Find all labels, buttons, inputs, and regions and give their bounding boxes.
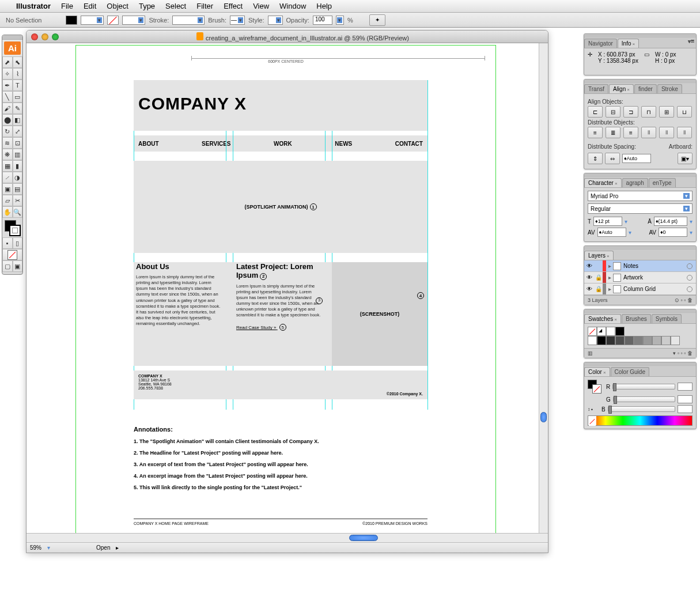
align-top[interactable]: ⊓ [641,106,656,118]
eraser-tool[interactable]: ◧ [13,114,23,126]
close-button[interactable] [31,33,38,40]
align-to-button[interactable]: ▣▾ [678,153,693,164]
blob-brush-tool[interactable]: ⬤ [2,114,13,126]
graph-tool[interactable]: ▥ [13,149,23,160]
dist-vspace[interactable]: ⇕ [588,153,603,164]
rotate-tool[interactable]: ↻ [2,126,13,137]
tab-info[interactable]: Info× [618,39,639,48]
warp-tool[interactable]: ≋ [2,137,13,149]
line-tool[interactable]: ╲ [2,91,13,103]
tab-paragraph[interactable]: agraph [622,178,648,187]
direct-select-tool[interactable]: ⬉ [13,56,23,68]
lasso-tool[interactable]: ⌇ [13,68,23,80]
tab-align[interactable]: Align× [609,84,634,93]
r-value[interactable] [678,383,693,391]
color-mode-button[interactable]: ▪ [2,237,13,249]
visibility-icon[interactable]: 👁 [584,286,595,292]
swatch-library-icon[interactable]: ▥ [588,350,593,356]
menu-edit[interactable]: Edit [84,2,96,10]
dist-right[interactable]: ⦀ [677,127,692,138]
tab-symbols[interactable]: Symbols [652,314,682,323]
tab-transform[interactable]: Transf [584,84,608,93]
leading-input[interactable]: ♦ (14.4 pt) [654,217,687,226]
opacity-dd[interactable] [336,16,344,25]
menu-app[interactable]: Illustrator [16,2,51,10]
artboard-tool[interactable]: ▱ [2,195,13,206]
dist-bottom[interactable]: ≡ [623,127,638,138]
kerning-input[interactable]: ♦ Auto [597,228,626,237]
dist-top[interactable]: ≡ [588,127,603,138]
hscroll-thumb[interactable] [349,535,378,541]
tab-character[interactable]: Character× [584,178,622,187]
mesh-tool[interactable]: ▦ [2,160,13,172]
brush-dd[interactable]: — [230,16,245,25]
live-paint-tool[interactable]: ▣ [2,183,13,195]
dist-left[interactable]: ⦀ [641,127,656,138]
layer-column-grid[interactable]: 👁🔒 ▸ Column Grid [584,283,696,295]
titlebar[interactable]: creating_a_wireframe_document_in_Illustr… [27,31,548,43]
rectangle-tool[interactable]: ▭ [13,91,23,103]
toolbox-grip[interactable] [2,35,22,40]
opacity-input[interactable]: 100 [313,16,332,25]
tab-layers[interactable]: Layers× [584,251,614,260]
tab-color[interactable]: Color× [584,367,610,376]
free-transform-tool[interactable]: ⊡ [13,137,23,149]
panel-menu-icon[interactable]: ▾≡ [688,38,694,44]
symbol-sprayer-tool[interactable]: ❋ [2,149,13,160]
dist-hspace[interactable]: ⇔ [605,153,620,164]
delete-layer-icon[interactable]: 🗑 [687,297,693,303]
layer-notes[interactable]: 👁 ▸ Notes [584,260,696,272]
menu-help[interactable]: Help [316,2,332,10]
screen-mode-normal[interactable]: ▢ [2,260,13,272]
horizontal-scrollbar[interactable] [27,533,548,542]
b-value[interactable] [678,405,693,413]
zoom-level[interactable]: 59% [30,544,41,551]
type-tool[interactable]: T [13,80,23,91]
zoom-tool[interactable]: 🔍 [13,206,23,218]
zoom-button[interactable] [52,33,59,40]
color-spectrum[interactable] [588,415,693,426]
canvas[interactable]: 600PX CENTERED COMPANY X ABOUT SERVICES … [27,43,539,533]
locate-layer-icon[interactable]: ⊙ [675,297,681,303]
g-value[interactable] [678,395,693,403]
b-slider[interactable] [608,406,675,412]
doc-setup-icon[interactable]: ✦ [369,14,385,26]
none-mode-button[interactable] [2,249,22,260]
fill-swatch[interactable] [66,16,77,25]
spacing-value[interactable]: ♦ Auto [622,154,651,163]
tab-stroke[interactable]: Stroke [657,84,682,93]
tab-color-guide[interactable]: Color Guide [611,367,649,376]
tab-pathfinder[interactable]: finder [634,84,657,93]
align-left[interactable]: ⊏ [588,106,603,118]
selection-tool[interactable]: ⬈ [2,56,13,68]
gradient-tool[interactable]: ▮ [13,160,23,172]
fill-stroke-control[interactable] [2,218,22,237]
swatch-kind-icon[interactable]: ▾ [673,350,678,356]
pen-tool[interactable]: ✒ [2,80,13,91]
swatch-row-1[interactable]: ◢ [588,327,693,336]
tab-brushes[interactable]: Brushes [622,314,651,323]
delete-swatch-icon[interactable]: 🗑 [687,350,693,356]
menu-select[interactable]: Select [165,2,186,10]
vertical-scrollbar[interactable] [539,43,548,533]
gradient-mode-button[interactable]: ▯ [13,237,23,249]
style-dd[interactable] [268,16,283,25]
pencil-tool[interactable]: ✎ [13,103,23,114]
align-bottom[interactable]: ⊔ [677,106,692,118]
menu-filter[interactable]: Filter [196,2,213,10]
dist-vcenter[interactable]: ≣ [606,127,620,138]
magic-wand-tool[interactable]: ✧ [2,68,13,80]
visibility-icon[interactable]: 👁 [584,263,595,269]
swatch-row-2[interactable] [588,336,693,345]
font-style-select[interactable]: Regular [588,203,693,214]
tracking-input[interactable]: ♦ 0 [659,228,687,237]
fill-dd[interactable] [81,16,104,25]
align-vcenter[interactable]: ⊞ [659,106,674,118]
menu-file[interactable]: File [61,2,73,10]
live-paint-select-tool[interactable]: ▤ [13,183,23,195]
menu-effect[interactable]: Effect [224,2,243,10]
lock-icon[interactable]: 🔒 [595,286,603,292]
menu-view[interactable]: View [253,2,269,10]
tab-opentype[interactable]: enType [649,178,676,187]
menu-type[interactable]: Type [139,2,155,10]
